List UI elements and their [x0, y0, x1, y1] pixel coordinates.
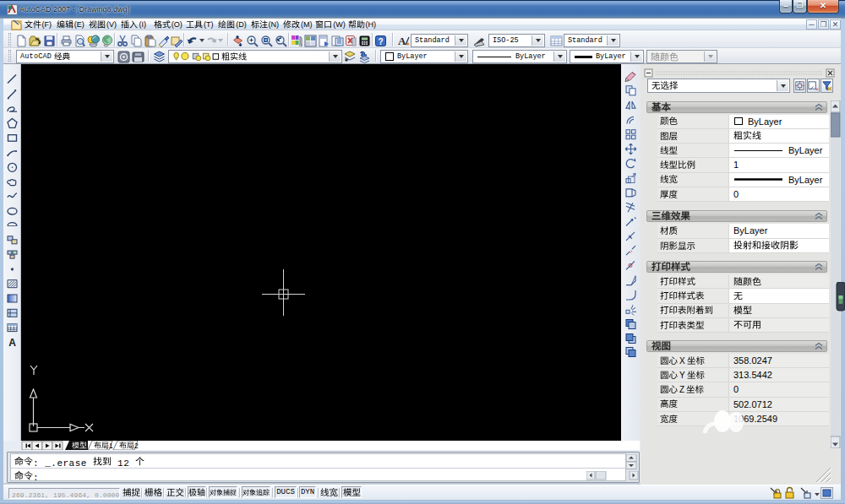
svg-text:A: A — [398, 35, 406, 47]
svg-text:?: ? — [378, 37, 383, 46]
svg-text:A: A — [8, 337, 16, 349]
